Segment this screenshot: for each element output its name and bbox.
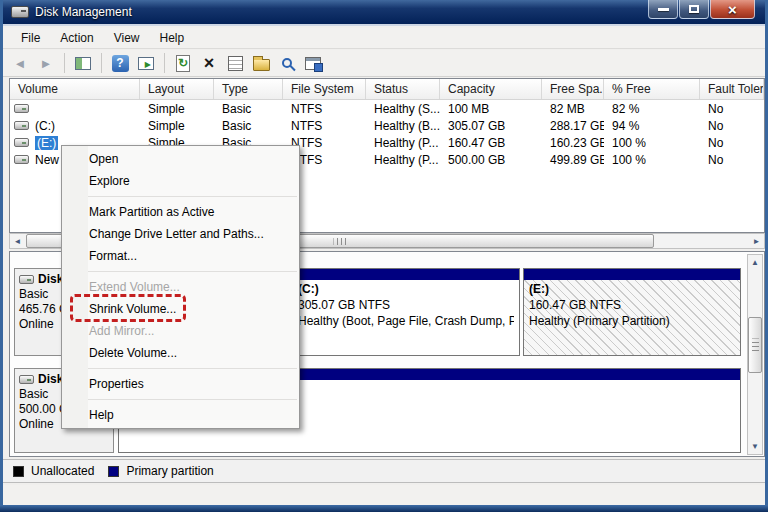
toolbar-separator [64, 53, 65, 73]
menu-view[interactable]: View [104, 29, 150, 47]
help-icon[interactable]: ? [109, 52, 131, 74]
disk-management-window: Disk Management × File Action View Help … [0, 0, 768, 512]
primary-partition-swatch [108, 466, 119, 477]
legend-bar: Unallocated Primary partition [3, 459, 765, 483]
menu-bar: File Action View Help [3, 28, 765, 49]
disk-app-icon [11, 6, 29, 18]
menu-separator [70, 368, 297, 369]
col-file-system[interactable]: File System [283, 79, 366, 99]
status-bar [3, 485, 765, 505]
primary-partition-strip [293, 269, 519, 280]
unallocated-swatch [13, 466, 24, 477]
volume-name-selected: (E:) [35, 136, 58, 150]
disk0-partition-e-selected[interactable]: (E:) 160.47 GB NTFS Healthy (Primary Par… [523, 268, 741, 356]
title-bar[interactable]: Disk Management × [3, 0, 765, 26]
col-type[interactable]: Type [214, 79, 283, 99]
delete-icon[interactable]: × [198, 52, 220, 74]
show-action-pane-icon[interactable]: ▶ [135, 52, 157, 74]
volume-list-header: Volume Layout Type File System Status Ca… [10, 79, 764, 100]
volume-icon [14, 138, 29, 147]
window-frame-bottom [0, 505, 768, 512]
col-status[interactable]: Status [366, 79, 440, 99]
refresh-icon[interactable]: ↻ [172, 52, 194, 74]
maximize-button[interactable] [679, 0, 709, 19]
toolbar-separator [101, 53, 102, 73]
volume-name: (C:) [35, 119, 55, 133]
open-folder-icon[interactable] [250, 52, 272, 74]
forward-icon[interactable]: ► [35, 52, 57, 74]
close-button[interactable]: × [710, 0, 755, 19]
properties-icon[interactable] [224, 52, 246, 74]
col-volume[interactable]: Volume [10, 79, 140, 99]
back-icon[interactable]: ◄ [9, 52, 31, 74]
col-fault-tolerance[interactable]: Fault Tolera [700, 79, 764, 99]
menu-separator [70, 271, 297, 272]
show-console-tree-icon[interactable] [72, 52, 94, 74]
minimize-icon [658, 8, 669, 11]
menu-item-open[interactable]: Open [62, 148, 299, 170]
menu-action[interactable]: Action [50, 29, 103, 47]
table-row[interactable]: Simple Basic NTFS Healthy (S... 100 MB 8… [10, 100, 764, 117]
menu-item-mark-partition-active[interactable]: Mark Partition as Active [62, 201, 299, 223]
context-menu: Open Explore Mark Partition as Active Ch… [61, 145, 300, 429]
table-row[interactable]: (C:) Simple Basic NTFS Healthy (B... 305… [10, 117, 764, 134]
col-layout[interactable]: Layout [140, 79, 214, 99]
volume-name: New [35, 153, 59, 167]
menu-item-add-mirror: Add Mirror... [62, 320, 299, 342]
toolbar: ◄ ► ? ▶ ↻ × [3, 50, 765, 77]
legend-unallocated: Unallocated [13, 464, 94, 478]
maximize-icon [689, 5, 699, 13]
vertical-scrollbar[interactable]: ▲ ▼ [747, 254, 763, 455]
menu-item-extend-volume: Extend Volume... [62, 276, 299, 298]
volume-icon [14, 155, 29, 164]
disk-icon [19, 375, 34, 384]
primary-partition-strip [524, 269, 740, 280]
col-capacity[interactable]: Capacity [440, 79, 542, 99]
menu-item-help[interactable]: Help [62, 404, 299, 426]
menu-file[interactable]: File [11, 29, 50, 47]
disk0-partition-c[interactable]: (C:) 305.07 GB NTFS Healthy (Boot, Page … [292, 268, 520, 356]
menu-item-delete-volume[interactable]: Delete Volume... [62, 342, 299, 364]
menu-item-format[interactable]: Format... [62, 245, 299, 267]
col-pct-free[interactable]: % Free [604, 79, 700, 99]
search-icon[interactable] [276, 52, 298, 74]
menu-item-shrink-volume[interactable]: Shrink Volume... [62, 298, 299, 320]
console-window-icon[interactable] [302, 52, 324, 74]
menu-separator [70, 196, 297, 197]
menu-item-properties[interactable]: Properties [62, 373, 299, 395]
disk-icon [19, 275, 34, 284]
scrollbar-thumb[interactable] [748, 317, 762, 373]
menu-item-change-drive-letter[interactable]: Change Drive Letter and Paths... [62, 223, 299, 245]
scroll-left-icon[interactable]: ◄ [10, 234, 25, 248]
close-icon: × [728, 2, 737, 17]
menu-separator [70, 399, 297, 400]
minimize-button[interactable] [648, 0, 678, 19]
legend-primary-partition: Primary partition [108, 464, 213, 478]
toolbar-separator [164, 53, 165, 73]
window-title: Disk Management [35, 5, 132, 19]
volume-icon [14, 121, 29, 130]
menu-item-explore[interactable]: Explore [62, 170, 299, 192]
col-free-space[interactable]: Free Spa... [542, 79, 604, 99]
scroll-up-icon[interactable]: ▲ [748, 255, 762, 270]
scroll-down-icon[interactable]: ▼ [748, 439, 762, 454]
menu-help[interactable]: Help [150, 29, 195, 47]
scroll-right-icon[interactable]: ► [749, 234, 764, 248]
volume-icon [14, 104, 29, 113]
